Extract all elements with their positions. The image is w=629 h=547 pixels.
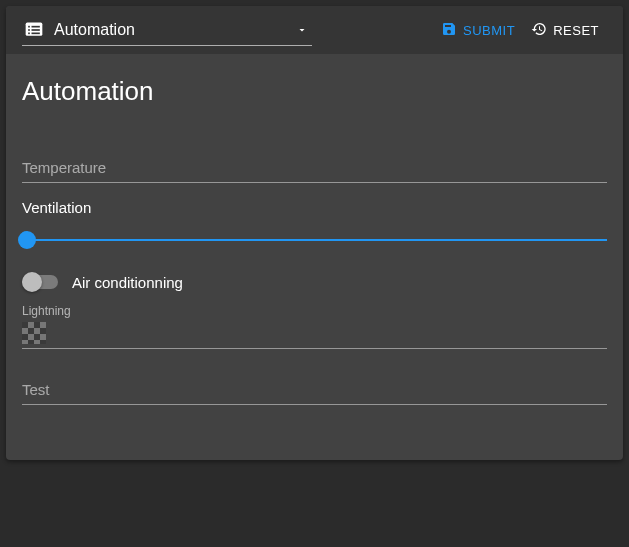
air-conditioning-label: Air conditionning — [72, 274, 183, 291]
history-icon — [531, 21, 553, 40]
switch-thumb[interactable] — [22, 272, 42, 292]
temperature-input[interactable] — [22, 153, 607, 183]
slider-thumb[interactable] — [18, 231, 36, 249]
list-icon — [24, 20, 44, 40]
lightning-field: Lightning — [22, 304, 607, 349]
automation-card: Automation SUBMIT — [6, 6, 623, 460]
submit-button[interactable]: SUBMIT — [433, 15, 523, 46]
reset-button[interactable]: RESET — [523, 15, 607, 46]
ventilation-label: Ventilation — [22, 199, 607, 216]
svg-rect-6 — [32, 32, 40, 34]
lightning-label: Lightning — [22, 304, 607, 318]
svg-rect-3 — [28, 29, 30, 31]
test-input[interactable] — [22, 375, 607, 405]
svg-rect-5 — [28, 32, 30, 34]
page-title: Automation — [22, 76, 607, 107]
dataset-select-value: Automation — [54, 21, 296, 39]
air-conditioning-switch[interactable] — [22, 272, 58, 292]
temperature-field — [22, 153, 607, 183]
toolbar: Automation SUBMIT — [6, 6, 623, 54]
test-field — [22, 375, 607, 405]
slider-track — [22, 239, 607, 241]
ventilation-slider[interactable] — [22, 230, 607, 250]
chevron-down-icon — [296, 24, 308, 36]
submit-button-label: SUBMIT — [463, 23, 515, 38]
lightning-color-swatch[interactable] — [22, 322, 46, 344]
svg-rect-1 — [28, 25, 30, 27]
save-icon — [441, 21, 463, 40]
reset-button-label: RESET — [553, 23, 599, 38]
air-conditioning-field: Air conditionning — [22, 272, 607, 292]
ventilation-field: Ventilation — [22, 199, 607, 250]
dataset-select[interactable]: Automation — [22, 14, 312, 46]
svg-rect-4 — [32, 29, 40, 31]
svg-rect-2 — [32, 25, 40, 27]
